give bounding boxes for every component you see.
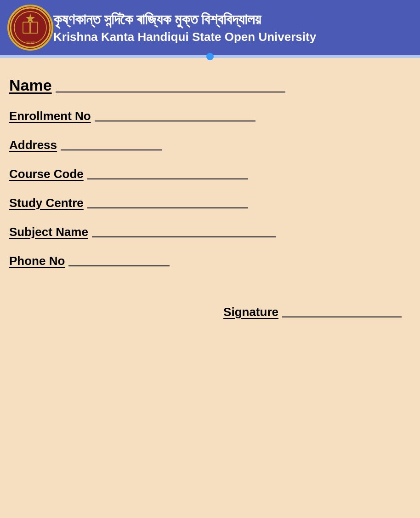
course-code-input-line[interactable] [87,178,248,179]
subject-name-input-line[interactable] [92,236,276,237]
main-form-area: Name Enrollment No Address Course Code S… [0,58,420,518]
course-code-field: Course Code [9,167,411,181]
separator-dot-icon [206,53,214,60]
course-code-label: Course Code [9,167,84,181]
study-centre-field: Study Centre [9,196,411,210]
address-field: Address [9,138,411,152]
header-separator [0,55,420,58]
name-label: Name [9,76,52,94]
svg-text:KKHSOU: KKHSOU [26,41,35,43]
university-logo: KKHSOU [7,5,53,51]
name-field: Name [9,76,411,94]
study-centre-input-line[interactable] [87,207,248,208]
university-english-name: Krishna Kanta Handiqui State Open Univer… [53,30,316,44]
study-centre-label: Study Centre [9,196,84,210]
phone-no-input-line[interactable] [68,265,170,266]
phone-no-label: Phone No [9,254,65,268]
subject-name-field: Subject Name [9,225,411,239]
name-input-line[interactable] [56,91,285,92]
svg-rect-3 [23,23,30,33]
enrollment-field: Enrollment No [9,109,411,123]
svg-rect-4 [31,23,37,33]
subject-name-label: Subject Name [9,225,88,239]
enrollment-input-line[interactable] [95,120,255,121]
phone-no-field: Phone No [9,254,411,268]
header-text-block: কৃষ্ণকান্ত সন্দিকৈ ৰাজ্যিক মুক্ত বিশ্ববি… [53,11,316,44]
page-header: KKHSOU কৃষ্ণকান্ত সন্দিকৈ ৰাজ্যিক মুক্ত … [0,0,420,55]
signature-row: Signature [9,305,411,319]
address-input-line[interactable] [61,149,162,150]
university-bengali-name: কৃষ্ণকান্ত সন্দিকৈ ৰাজ্যিক মুক্ত বিশ্ববি… [53,11,316,28]
signature-input-line[interactable] [282,316,402,317]
signature-label: Signature [223,305,278,319]
enrollment-label: Enrollment No [9,109,91,123]
address-label: Address [9,138,57,152]
